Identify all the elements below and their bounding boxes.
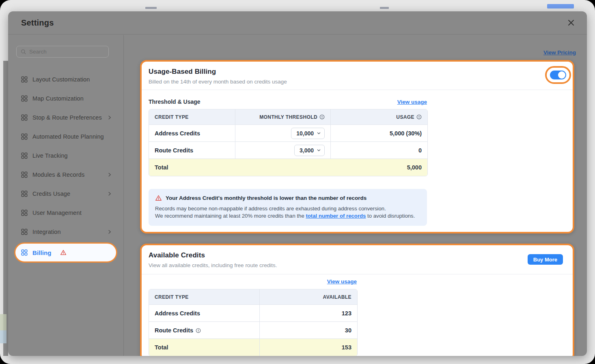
settings-sidebar: Layout Customization Map Customization S… [8,35,124,356]
sidebar-item-layout-customization[interactable]: Layout Customization [16,70,115,89]
credit-type-cell: Route Credits [149,322,260,339]
table-row: Address Credits 10,000 5,000 (30%) [149,125,427,142]
col-credit-type: CREDIT TYPE [149,109,235,125]
available-credits-title: Available Credits [149,251,565,259]
buy-more-button[interactable]: Buy More [528,254,563,265]
route-threshold-select[interactable]: 3,000 [294,145,325,156]
toggle-knob [558,71,565,79]
view-usage-link[interactable]: View usage [327,278,357,285]
info-icon [196,328,201,333]
sidebar-item-label: Integration [32,229,61,235]
credit-type-cell: Address Credits [149,125,235,142]
close-icon[interactable] [567,19,575,26]
sidebar-item-credits-usage[interactable]: Credits Usage [16,184,115,203]
sidebar-item-label: Automated Route Planning [32,133,104,140]
col-monthly-threshold: MONTHLY THRESHOLD [235,109,331,125]
available-cell: 123 [260,305,357,322]
usage-billing-subtitle: Billed on the 14th of every month based … [149,79,565,85]
table-total-row: Total 153 [149,339,357,356]
grid-icon [21,191,28,197]
sidebar-item-label: Stop & Route Preferences [32,114,102,121]
col-available: AVAILABLE [260,289,357,305]
total-label: Total [149,339,260,356]
threshold-usage-title: Threshold & Usage [149,98,200,105]
sidebar-item-user-management[interactable]: User Management [16,203,115,222]
credit-type-cell: Route Credits [149,142,235,159]
grid-icon [21,152,28,159]
background-artifact [3,61,8,356]
view-pricing-link[interactable]: View Pricing [543,49,576,56]
available-credits-body: View usage CREDIT TYPE AVAILABLE [142,278,573,356]
available-credits-subtitle: View all available credits, including fr… [149,262,565,268]
chevron-down-icon [317,131,321,135]
warning-icon [155,195,162,201]
table-header-row: CREDIT TYPE MONTHLY THRESHOLD USAGE [149,109,427,125]
grid-icon [21,171,28,178]
table-row: Address Credits 123 [149,305,357,322]
col-credit-type: CREDIT TYPE [149,289,260,305]
grid-icon [21,133,28,140]
sidebar-item-label: Credits Usage [32,191,70,197]
search-box [16,46,109,58]
col-usage: USAGE [331,109,427,125]
table-header-row: CREDIT TYPE AVAILABLE [149,289,357,305]
chevron-right-icon [107,172,112,177]
search-icon [21,49,26,54]
background-artifact [0,314,6,330]
address-threshold-select[interactable]: 10,000 [291,128,325,139]
usage-billing-body: Threshold & Usage View usage CREDIT TYPE… [142,98,573,226]
settings-modal: Settings Layout Customization Map Cus [8,11,587,356]
sidebar-item-modules-records[interactable]: Modules & Records [16,165,115,184]
grid-icon [21,249,28,256]
credit-type-cell: Address Credits [149,305,260,322]
total-value: 153 [260,339,357,356]
chevron-down-icon [317,148,321,152]
screen: Settings Layout Customization Map Cus [0,0,595,364]
grid-icon [21,210,28,216]
total-label: Total [149,159,235,176]
available-cell: 30 [260,322,357,339]
usage-based-billing-card: Usage-Based Billing Billed on the 14th o… [140,60,574,233]
available-credits-table: CREDIT TYPE AVAILABLE Address Credits 12… [149,289,358,356]
table-row: Route Credits 30 [149,322,357,339]
sidebar-item-label: Billing [32,249,52,256]
sidebar-item-integration[interactable]: Integration [16,222,115,241]
usage-cell: 0 [331,142,427,159]
sidebar-item-automated-route-planning[interactable]: Automated Route Planning [16,127,115,146]
sidebar-item-live-tracking[interactable]: Live Tracking [16,146,115,165]
view-usage-link[interactable]: View usage [397,99,427,105]
info-icon [319,114,325,120]
search-input[interactable] [29,49,104,55]
page-title: Settings [21,18,54,28]
available-credits-header: Available Credits View all available cre… [142,245,573,274]
warning-icon [60,249,67,256]
threshold-usage-table: CREDIT TYPE MONTHLY THRESHOLD USAGE Addr… [149,109,428,176]
sidebar-item-label: User Management [32,210,82,216]
sidebar-item-label: Map Customization [32,95,84,102]
table-total-row: Total 5,000 [149,159,427,176]
grid-icon [21,229,28,235]
chevron-right-icon [107,191,112,196]
usage-billing-header: Usage-Based Billing Billed on the 14th o… [142,62,573,90]
sidebar-nav: Layout Customization Map Customization S… [16,70,115,263]
sidebar-item-label: Modules & Records [32,171,84,178]
usage-billing-toggle[interactable] [550,71,566,79]
modal-header: Settings [8,11,587,34]
sidebar-item-map-customization[interactable]: Map Customization [16,89,115,108]
sidebar-item-label: Live Tracking [32,152,68,159]
threshold-warning-box: Your Address Credit's monthly threshold … [149,189,427,226]
sidebar-item-billing[interactable]: Billing [14,242,117,263]
total-value: 5,000 [235,159,427,176]
background-artifact [380,7,389,9]
table-row: Route Credits 3,000 0 [149,142,427,159]
info-icon [416,114,422,120]
total-records-link[interactable]: total number of records [306,213,366,219]
sidebar-item-stop-route-preferences[interactable]: Stop & Route Preferences [16,108,115,127]
highlight-ring [545,66,571,84]
grid-icon [21,76,28,83]
background-artifact [547,4,574,9]
sidebar-item-label: Layout Customization [32,76,90,83]
chevron-right-icon [107,115,112,120]
warning-body: Records may become non-mappable if addre… [155,205,420,220]
warning-title: Your Address Credit's monthly threshold … [166,195,366,201]
